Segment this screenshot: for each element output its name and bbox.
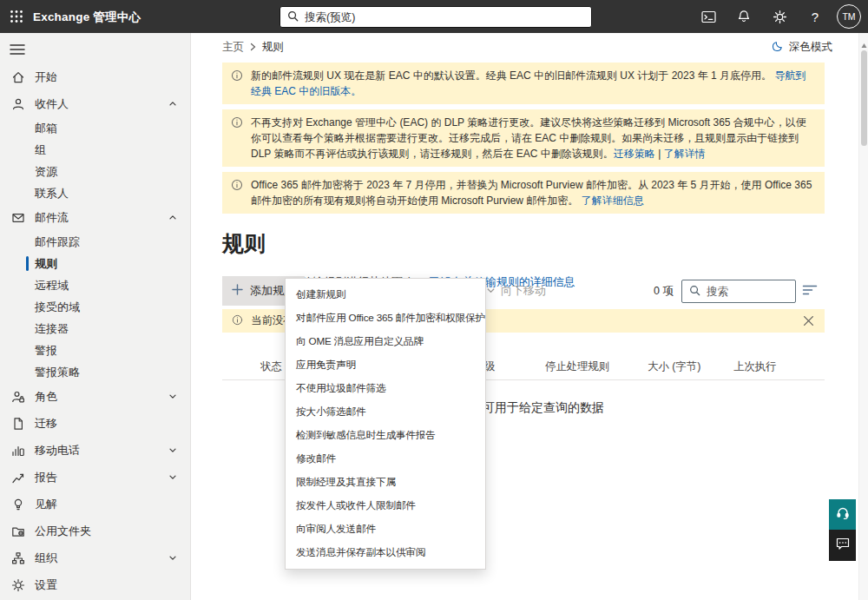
close-icon[interactable] bbox=[803, 315, 815, 327]
menu-item-bypass-spam[interactable]: 不使用垃圾邮件筛选 bbox=[286, 377, 485, 400]
banner-link-learn-details[interactable]: 了解详细信息 bbox=[582, 195, 644, 207]
sidebar-item-reports[interactable]: 报告 bbox=[0, 464, 190, 491]
banner-link-separator: | bbox=[658, 148, 661, 160]
sidebar-item-migration[interactable]: 迁移 bbox=[0, 410, 190, 437]
menu-item-send-to-moderator[interactable]: 向审阅人发送邮件 bbox=[286, 518, 485, 541]
scrollbar-thumb[interactable] bbox=[861, 50, 867, 146]
sidebar-item-connectors[interactable]: 连接器 bbox=[0, 318, 190, 340]
sidebar-item-settings[interactable]: 设置 bbox=[0, 571, 190, 598]
sidebar-item-remote-domains[interactable]: 远程域 bbox=[0, 274, 190, 296]
sidebar-item-rules[interactable]: 规则 bbox=[0, 253, 190, 274]
sidebar-item-organization[interactable]: 组织 bbox=[0, 544, 190, 571]
document-icon bbox=[11, 417, 25, 431]
nav-collapse-hamburger-icon[interactable] bbox=[10, 43, 27, 56]
headset-icon bbox=[836, 506, 850, 524]
sidebar-item-alert-policies[interactable]: 警报策略 bbox=[0, 361, 190, 383]
exchange-admin-center: Exchange 管理中心 ? TM 开始 bbox=[0, 0, 868, 600]
org-chart-icon bbox=[11, 551, 25, 565]
mail-icon bbox=[11, 211, 25, 225]
lightbulb-icon bbox=[11, 498, 25, 511]
breadcrumb-home[interactable]: 主页 bbox=[222, 40, 244, 55]
dark-mode-toggle[interactable]: 深色模式 bbox=[772, 40, 832, 55]
left-nav: 开始 收件人 邮箱 组 资源 联系人 邮件流 邮件跟踪 规则 远程域 接受的域 … bbox=[0, 33, 191, 600]
breadcrumb-current: 规则 bbox=[262, 40, 284, 55]
help-icon[interactable]: ? bbox=[807, 9, 823, 24]
add-rule-dropdown-menu: 创建新规则 对邮件应用 Office 365 邮件加密和权限保护 向 OME 消… bbox=[285, 278, 486, 570]
column-header-stop-processing: 停止处理规则 bbox=[545, 359, 609, 374]
sidebar-item-public-folders[interactable]: 公用文件夹 bbox=[0, 518, 190, 544]
support-button[interactable] bbox=[829, 499, 856, 530]
menu-item-restrict-managers[interactable]: 限制经理及其直接下属 bbox=[286, 471, 485, 494]
info-icon bbox=[231, 177, 243, 208]
empty-state-text: 可用于给定查询的数据 bbox=[483, 400, 604, 416]
app-launcher-waffle-icon[interactable] bbox=[8, 8, 25, 25]
line-chart-icon bbox=[11, 471, 25, 485]
column-header-last-run: 上次执行 bbox=[733, 359, 777, 374]
menu-item-apply-encryption[interactable]: 对邮件应用 Office 365 邮件加密和权限保护 bbox=[286, 307, 485, 330]
banner-link-migrate-policies[interactable]: 迁移策略 bbox=[614, 148, 655, 160]
sidebar-item-recipients[interactable]: 收件人 bbox=[0, 90, 190, 117]
plus-icon bbox=[232, 284, 243, 298]
sidebar-item-mailboxes[interactable]: 邮箱 bbox=[0, 117, 190, 139]
move-down-button-disabled[interactable]: 向下移动 bbox=[486, 276, 546, 306]
banner-text: Office 365 邮件加密将于 2023 年 7 月停用，并替换为 Micr… bbox=[251, 179, 812, 207]
sidebar-item-accepted-domains[interactable]: 接受的域 bbox=[0, 296, 190, 318]
chevron-down-icon[interactable] bbox=[168, 444, 177, 457]
column-header-status: 状态 bbox=[260, 359, 282, 374]
chevron-down-icon[interactable] bbox=[168, 471, 177, 484]
cloud-shell-icon[interactable] bbox=[700, 9, 716, 24]
notifications-bell-icon[interactable] bbox=[736, 9, 752, 24]
account-avatar[interactable]: TM bbox=[837, 4, 861, 29]
item-count: 0 项 bbox=[654, 276, 674, 306]
menu-item-disclaimer[interactable]: 应用免责声明 bbox=[286, 353, 485, 377]
scrollbar-up-arrow[interactable] bbox=[861, 37, 867, 44]
sidebar-item-mail-flow[interactable]: 邮件流 bbox=[0, 204, 190, 231]
sidebar-item-home[interactable]: 开始 bbox=[0, 63, 190, 90]
feedback-bubble-icon bbox=[836, 537, 850, 554]
sidebar-item-insights[interactable]: 见解 bbox=[0, 491, 190, 518]
info-icon bbox=[231, 68, 243, 99]
menu-item-create-new-rule[interactable]: 创建新规则 bbox=[286, 283, 485, 307]
search-icon bbox=[689, 284, 700, 300]
menu-item-filter-by-size[interactable]: 按大小筛选邮件 bbox=[286, 400, 485, 424]
menu-item-save-copy-for-review[interactable]: 发送消息并保存副本以供审阅 bbox=[286, 541, 485, 564]
banner-text: 不再支持对 Exchange 管理中心 (EAC) 的 DLP 策略进行更改。建… bbox=[251, 116, 806, 160]
rule-list-search-box[interactable] bbox=[681, 280, 796, 303]
sidebar-item-groups[interactable]: 组 bbox=[0, 139, 190, 161]
banner-link-learn-more[interactable]: 了解详情 bbox=[664, 148, 706, 160]
sidebar-item-message-trace[interactable]: 邮件跟踪 bbox=[0, 231, 190, 253]
menu-item-modify-messages[interactable]: 修改邮件 bbox=[286, 447, 485, 471]
rule-list-search-input[interactable] bbox=[707, 286, 776, 298]
topbar-icons: ? bbox=[700, 0, 823, 33]
sidebar-item-resources[interactable]: 资源 bbox=[0, 161, 190, 182]
settings-gear-icon[interactable] bbox=[772, 9, 787, 24]
menu-item-ome-branding[interactable]: 向 OME 消息应用自定义品牌 bbox=[286, 330, 485, 353]
global-search-input[interactable] bbox=[305, 11, 584, 23]
chevron-down-icon bbox=[486, 285, 496, 298]
vertical-scrollbar[interactable] bbox=[858, 33, 868, 600]
sidebar-item-mobile[interactable]: 移动电话 bbox=[0, 437, 190, 464]
info-icon bbox=[232, 314, 243, 328]
person-icon bbox=[11, 97, 25, 111]
menu-item-incident-report[interactable]: 检测到敏感信息时生成事件报告 bbox=[286, 424, 485, 447]
gear-icon bbox=[11, 578, 25, 592]
info-banner-ome: Office 365 邮件加密将于 2023 年 7 月停用，并替换为 Micr… bbox=[222, 172, 825, 214]
person-lock-icon bbox=[11, 390, 25, 404]
sidebar-item-contacts[interactable]: 联系人 bbox=[0, 182, 190, 204]
info-banner-dlp: 不再支持对 Exchange 管理中心 (EAC) 的 DLP 策略进行更改。建… bbox=[222, 109, 825, 167]
breadcrumb-chevron-icon bbox=[250, 42, 256, 54]
sidebar-item-roles[interactable]: 角色 bbox=[0, 383, 190, 410]
global-search-box[interactable] bbox=[279, 6, 592, 28]
menu-item-restrict-sender-recipient[interactable]: 按发件人或收件人限制邮件 bbox=[286, 494, 485, 518]
chevron-down-icon[interactable] bbox=[168, 390, 177, 403]
top-app-bar: Exchange 管理中心 ? TM bbox=[0, 0, 868, 33]
app-title: Exchange 管理中心 bbox=[33, 10, 141, 25]
feedback-button[interactable] bbox=[829, 530, 856, 561]
filter-icon[interactable] bbox=[802, 283, 819, 299]
content-header: 新的邮件流规则 UX 现在是新 EAC 中的默认设置。经典 EAC 中的旧邮件流… bbox=[222, 63, 825, 290]
chevron-up-icon[interactable] bbox=[168, 97, 177, 110]
chevron-down-icon[interactable] bbox=[168, 551, 177, 564]
page-title: 规则 bbox=[222, 229, 825, 258]
chevron-up-icon[interactable] bbox=[168, 211, 177, 224]
sidebar-item-alerts[interactable]: 警报 bbox=[0, 340, 190, 361]
